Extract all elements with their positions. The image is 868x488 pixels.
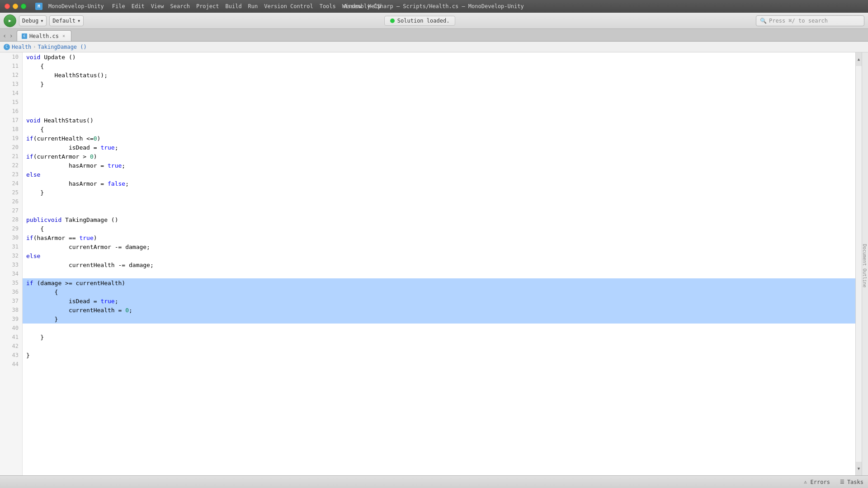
code-line[interactable]: else: [23, 251, 855, 260]
code-editor[interactable]: void Update () { HealthStatus(); } void …: [23, 52, 855, 475]
menu-run[interactable]: Run: [245, 2, 261, 10]
line-number: 35: [0, 278, 22, 287]
code-line[interactable]: isDead = true;: [23, 143, 855, 152]
code-line[interactable]: [23, 89, 855, 98]
code-line[interactable]: if(currentHealth <=0): [23, 134, 855, 143]
search-placeholder: Press ⌘/ to search: [769, 18, 828, 24]
toolbar: ▶ Debug ▾ Default ▾ Solution loaded. 🔍 P…: [0, 13, 868, 29]
line-number: 18: [0, 125, 22, 134]
close-button[interactable]: [5, 4, 10, 9]
code-line[interactable]: [23, 107, 855, 116]
code-line[interactable]: else: [23, 170, 855, 179]
play-button[interactable]: ▶: [4, 14, 16, 27]
editor: 1011121314151617181920212223242526272829…: [0, 52, 868, 475]
debug-dropdown[interactable]: Debug ▾: [19, 15, 47, 26]
up-arrow-icon: ▲: [858, 57, 860, 61]
code-line[interactable]: HealthStatus();: [23, 70, 855, 80]
code-line[interactable]: hasArmor = true;: [23, 161, 855, 170]
line-number: 15: [0, 98, 22, 107]
menu-tools[interactable]: Tools: [316, 2, 339, 10]
health-cs-tab[interactable]: C Health.cs ×: [17, 30, 71, 41]
line-number: 42: [0, 342, 22, 351]
code-line[interactable]: {: [23, 224, 855, 233]
code-line[interactable]: if(hasArmor == true): [23, 233, 855, 242]
search-bar[interactable]: 🔍 Press ⌘/ to search: [756, 15, 864, 26]
breadcrumb-method[interactable]: TakingDamage (): [38, 44, 86, 50]
code-line[interactable]: isDead = true;: [23, 296, 855, 305]
tasks-icon: ☰: [839, 479, 845, 485]
line-number: 44: [0, 360, 22, 369]
app-name-label[interactable]: MonoDevelop-Unity: [45, 2, 107, 10]
code-line[interactable]: [23, 324, 855, 333]
code-line[interactable]: [23, 98, 855, 107]
breadcrumb-class[interactable]: C Health: [4, 44, 31, 50]
menu-project[interactable]: Project: [193, 2, 222, 10]
code-line[interactable]: public void TakingDamage (): [23, 215, 855, 224]
search-icon: 🔍: [760, 18, 767, 24]
code-line[interactable]: }: [23, 188, 855, 197]
tab-close-button[interactable]: ×: [61, 33, 66, 39]
line-number: 16: [0, 107, 22, 116]
maximize-button[interactable]: [21, 4, 26, 9]
default-dropdown-arrow: ▾: [77, 18, 80, 24]
titlebar: M MonoDevelop-Unity File Edit View Searc…: [0, 0, 868, 13]
code-line[interactable]: }: [23, 314, 855, 324]
line-number: 39: [0, 314, 22, 324]
menu-version-control[interactable]: Version Control: [261, 2, 316, 10]
menu-file[interactable]: File: [109, 2, 128, 10]
document-outline-label[interactable]: Document Outline: [861, 240, 868, 291]
code-line[interactable]: currentArmor -= damage;: [23, 242, 855, 251]
line-number: 38: [0, 305, 22, 314]
minimize-button[interactable]: [13, 4, 18, 9]
window-title: Assembly-CSharp – Scripts/Health.cs – Mo…: [344, 3, 524, 9]
code-line[interactable]: if(currentArmor > 0): [23, 152, 855, 161]
line-number: 12: [0, 70, 22, 80]
code-line[interactable]: hasArmor = false;: [23, 179, 855, 188]
code-line[interactable]: [23, 342, 855, 351]
code-line[interactable]: }: [23, 333, 855, 342]
code-line[interactable]: {: [23, 287, 855, 296]
breadcrumb: C Health › TakingDamage (): [0, 42, 868, 52]
forward-arrow[interactable]: ›: [8, 32, 14, 39]
scrollbar-up-arrow[interactable]: ▲: [856, 52, 862, 66]
debug-label: Debug: [22, 18, 38, 24]
errors-button[interactable]: ⚠ Errors: [802, 479, 830, 485]
tasks-button[interactable]: ☰ Tasks: [839, 479, 863, 485]
solution-status: Solution loaded.: [384, 16, 456, 26]
code-line[interactable]: {: [23, 125, 855, 134]
code-line[interactable]: }: [23, 80, 855, 89]
code-line[interactable]: void Update (): [23, 52, 855, 61]
code-line[interactable]: [23, 197, 855, 206]
code-line[interactable]: [23, 360, 855, 369]
code-line[interactable]: if (damage >= currentHealth): [23, 278, 855, 287]
line-number: 41: [0, 333, 22, 342]
line-number: 24: [0, 179, 22, 188]
menu-view[interactable]: View: [148, 2, 167, 10]
scrollbar-down-arrow[interactable]: ▼: [856, 462, 862, 475]
traffic-lights: [5, 4, 26, 9]
code-line[interactable]: currentHealth -= damage;: [23, 260, 855, 269]
menu-build[interactable]: Build: [222, 2, 245, 10]
code-line[interactable]: [23, 269, 855, 278]
code-line[interactable]: currentHealth = 0;: [23, 305, 855, 314]
code-line[interactable]: [23, 206, 855, 215]
line-number: 25: [0, 188, 22, 197]
line-number: 20: [0, 143, 22, 152]
line-number: 28: [0, 215, 22, 224]
default-dropdown[interactable]: Default ▾: [49, 15, 84, 26]
line-number: 43: [0, 351, 22, 360]
down-arrow-icon: ▼: [858, 466, 860, 471]
back-arrow[interactable]: ‹: [2, 32, 7, 39]
line-number: 31: [0, 242, 22, 251]
app-icon: M: [35, 3, 42, 10]
line-number: 14: [0, 89, 22, 98]
document-outline-panel: Document Outline: [862, 52, 868, 475]
statusbar: ⚠ Errors ☰ Tasks: [0, 475, 868, 488]
code-line[interactable]: void HealthStatus(): [23, 116, 855, 125]
right-scrollbar[interactable]: ▲ ▼: [855, 52, 862, 475]
menu-items: File Edit View Search Project Build Run …: [109, 2, 384, 10]
code-line[interactable]: }: [23, 351, 855, 360]
code-line[interactable]: {: [23, 61, 855, 70]
menu-search[interactable]: Search: [167, 2, 193, 10]
menu-edit[interactable]: Edit: [128, 2, 148, 10]
